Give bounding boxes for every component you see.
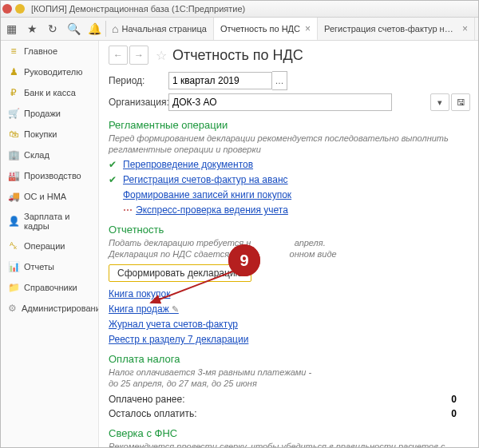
regops-link[interactable]: Регистрация счетов-фактур на аванс [123,174,288,185]
report-link[interactable]: Реестр к разделу 7 декларации [109,334,248,345]
sidebar-label: Руководителю [24,67,82,77]
sidebar-item[interactable]: 🛍Покупки [1,124,98,145]
tab-vat-report[interactable]: Отчетность по НДС × [214,18,318,40]
sidebar-icon: 🚚 [8,191,19,202]
report-link[interactable]: Книга продаж ✎ [109,303,179,315]
check-icon: ✔ [109,174,120,185]
apps-icon[interactable]: ▦ [1,18,22,40]
sidebar-label: ОС и НМА [24,192,66,201]
regops-row: ✔Формирование записей книги покупок [109,189,470,200]
sidebar-item[interactable]: ₽Банк и касса [1,82,98,103]
regops-list: ✔Перепроведение документов✔Регистрация с… [109,159,470,216]
star-icon[interactable]: ★ [22,18,42,40]
report-link-row: Книга покупок [109,288,470,299]
check-icon: ✔ [109,159,120,170]
regops-row: ✔Перепроведение документов [109,159,470,170]
sidebar-label: Производство [24,171,81,180]
search-icon[interactable]: 🔍 [63,18,84,40]
sidebar-icon: 📁 [8,282,19,293]
regops-link[interactable]: Экспресс-проверка ведения учета [136,204,288,216]
regops-row: ✔⋯Экспресс-проверка ведения учета [109,204,470,216]
bell-icon[interactable]: 🔔 [84,18,105,40]
close-icon[interactable]: × [462,23,468,34]
sidebar-icon: ⚙ [8,303,17,314]
sidebar-item[interactable]: ᴬₖОперации [1,236,98,256]
period-picker-button[interactable]: … [272,71,287,90]
sidebar-item[interactable]: ≡Главное [1,41,98,61]
favorite-star-icon[interactable]: ☆ [153,48,169,63]
nav-back-button[interactable]: ← [109,46,128,65]
sidebar-item[interactable]: 🚚ОС и НМА [1,186,98,207]
sidebar-label: Зарплата и кадры [24,212,92,231]
sidebar-item[interactable]: ⚙Администрирование [1,298,98,319]
tab-label: Начальная страница [121,24,206,34]
section-title-tax: Оплата налога [109,353,470,365]
toolbar-separator [105,21,106,37]
section-note-report: Подать декларацию требуется нXXXXXXX апр… [109,237,470,260]
period-label: Период: [109,75,168,86]
sidebar-label: Продажи [24,109,61,118]
tax-value-row: Оплачено ранее:0 [109,394,460,405]
callout-badge: 9 [228,244,260,276]
page-title: Отчетность по НДС [172,47,303,64]
tax-value-row: Осталось оплатить:0 [109,408,460,419]
nav-forward-button[interactable]: → [129,46,148,65]
sidebar-item[interactable]: 🏭Производство [1,165,98,186]
sidebar-icon: ₽ [8,87,19,98]
window-title: [КОПИЯ] Демонстрационная база (1С:Предпр… [31,4,245,14]
sidebar-item[interactable]: 🏢Склад [1,145,98,165]
sidebar-label: Склад [24,150,49,160]
section-title-report: Отчетность [109,224,470,236]
sidebar-item[interactable]: 🛒Продажи [1,103,98,124]
sidebar-label: Главное [24,46,57,56]
section-note-fns: Рекомендуется провести сверку, чтобы убе… [109,441,470,448]
tab-bar: ⌂ Начальная страница Отчетность по НДС ×… [107,18,478,40]
tax-label: Осталось оплатить: [109,408,197,419]
report-links: Книга покупокКнига продаж ✎Журнал учета … [109,288,470,345]
sidebar-icon: 🏭 [8,170,19,181]
org-label: Организация: [109,97,168,108]
open-external-button[interactable]: ▾ [430,93,449,111]
callout-number: 9 [240,252,248,270]
sidebar-icon: ♟ [8,66,19,77]
window-titlebar: [КОПИЯ] Демонстрационная база (1С:Предпр… [1,1,478,18]
sidebar-label: Банк и касса [24,88,76,97]
history-icon[interactable]: ↻ [42,18,63,40]
sidebar-item[interactable]: 👤Зарплата и кадры [1,207,98,236]
section-title-fns: Сверка с ФНС [109,427,470,439]
org-input[interactable] [168,93,392,111]
sidebar: ≡Главное♟Руководителю₽Банк и касса🛒Прода… [1,41,99,448]
regops-link[interactable]: Перепроведение документов [123,159,253,170]
sidebar-icon: ᴬₖ [8,240,19,252]
sidebar-icon: ≡ [8,46,19,57]
period-input[interactable] [168,72,272,89]
close-icon[interactable]: × [305,23,311,34]
tax-values: Оплачено ранее:0Осталось оплатить:0 [109,394,470,419]
sidebar-item[interactable]: 📁Справочники [1,277,98,298]
sidebar-label: Отчеты [24,262,54,272]
sidebar-icon: 👤 [8,216,19,227]
section-note-regops: Перед формированием декларации рекоменду… [109,133,470,155]
regops-row: ✔Регистрация счетов-фактур на аванс [109,174,470,185]
tax-value: 0 [451,408,457,419]
report-link-row: Реестр к разделу 7 декларации [109,334,470,345]
tab-label: Регистрация счетов-фактур на аванс [324,24,457,34]
tab-label: Отчетность по НДС [220,24,300,34]
tab-advance-invoices[interactable]: Регистрация счетов-фактур на аванс × [318,18,475,40]
sidebar-label: Администрирование [22,303,99,313]
tab-home[interactable]: ⌂ Начальная страница [107,18,214,40]
home-icon: ⌂ [112,22,118,35]
sidebar-item[interactable]: ♟Руководителю [1,61,98,82]
report-link[interactable]: Журнал учета счетов-фактур [109,319,238,330]
sidebar-label: Покупки [24,129,57,139]
tax-label: Оплачено ранее: [109,394,184,405]
logo-1c-icon [2,4,12,14]
sidebar-label: Операции [24,241,65,251]
report-link[interactable]: Книга покупок [109,288,170,299]
sidebar-item[interactable]: 📊Отчеты [1,256,98,277]
report-link-row: Книга продаж ✎ [109,303,470,315]
sidebar-label: Справочники [24,283,77,292]
regops-link[interactable]: Формирование записей книги покупок [123,189,291,200]
tax-value: 0 [451,394,457,405]
attach-button[interactable]: 🖫 [451,93,470,111]
